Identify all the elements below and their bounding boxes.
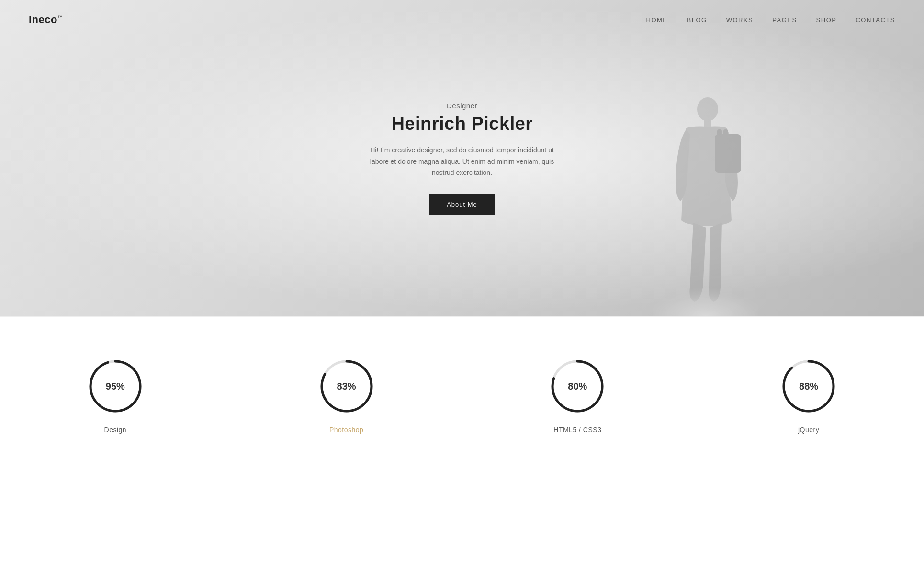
skill-circle-photoshop: 83% [316, 355, 378, 417]
hero-description: Hi! I`m creative designer, sed do eiusmo… [361, 145, 563, 179]
svg-rect-4 [723, 129, 728, 144]
skill-label-jquery: jQuery [798, 426, 819, 434]
svg-rect-5 [653, 268, 758, 316]
skill-percent-html5-css3: 80% [568, 381, 587, 392]
nav-links: HOMEBLOGWORKSPAGESSHOPCONTACTS [646, 15, 895, 24]
about-me-button[interactable]: About Me [429, 194, 495, 215]
nav-link-pages[interactable]: PAGES [772, 16, 797, 23]
skill-item-design: 95% Design [0, 345, 231, 443]
hero-person-figure [653, 86, 758, 316]
logo[interactable]: Ineco™ [29, 13, 63, 26]
skill-item-jquery: 88% jQuery [693, 345, 924, 443]
navbar: Ineco™ HOMEBLOGWORKSPAGESSHOPCONTACTS [0, 0, 924, 39]
svg-point-0 [697, 97, 718, 121]
logo-sup: ™ [57, 14, 63, 20]
nav-link-blog[interactable]: BLOG [687, 16, 707, 23]
skill-label-html5-css3: HTML5 / CSS3 [553, 426, 601, 434]
skill-item-html5-css3: 80% HTML5 / CSS3 [462, 345, 694, 443]
skill-percent-photoshop: 83% [337, 381, 356, 392]
skill-label-photoshop: Photoshop [329, 426, 363, 434]
skill-percent-design: 95% [106, 381, 125, 392]
skill-circle-html5-css3: 80% [546, 355, 608, 417]
skill-circle-jquery: 88% [778, 355, 840, 417]
hero-subtitle: Designer [361, 102, 563, 110]
nav-link-shop[interactable]: SHOP [816, 16, 837, 23]
nav-link-home[interactable]: HOME [646, 16, 668, 23]
skill-label-design: Design [104, 426, 127, 434]
logo-text: Ineco [29, 13, 57, 25]
hero-content: Designer Heinrich Pickler Hi! I`m creati… [361, 102, 563, 215]
skill-circle-design: 95% [84, 355, 146, 417]
skill-item-photoshop: 83% Photoshop [231, 345, 462, 443]
nav-link-works[interactable]: WORKS [726, 16, 754, 23]
svg-rect-3 [717, 129, 722, 144]
hero-section: Designer Heinrich Pickler Hi! I`m creati… [0, 0, 924, 316]
skills-section: 95% Design 83% Photoshop 80% HTML5 / CSS… [0, 316, 924, 467]
nav-link-contacts[interactable]: CONTACTS [856, 16, 895, 23]
hero-title: Heinrich Pickler [361, 114, 563, 134]
skill-percent-jquery: 88% [799, 381, 818, 392]
